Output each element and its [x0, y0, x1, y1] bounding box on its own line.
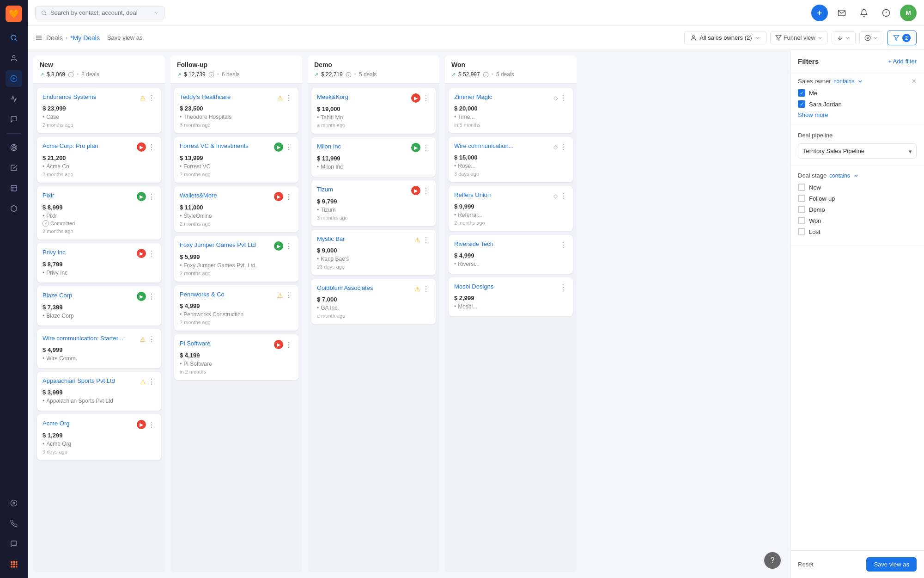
email-icon[interactable] [833, 5, 850, 21]
breadcrumb-my-deals[interactable]: *My Deals [70, 34, 100, 42]
deal-card[interactable]: Appalachian Sports Pvt Ltd ⚠ ⋮ $ 3,999 •… [37, 372, 161, 411]
filter-checkbox-followup[interactable] [798, 195, 805, 202]
card-title[interactable]: Wire communication... [454, 142, 553, 149]
card-title[interactable]: Acme Org [43, 420, 137, 427]
info-icon[interactable] [483, 72, 489, 78]
add-filter-button[interactable]: + Add filter [888, 58, 917, 65]
status-green-icon[interactable]: ▶ [137, 192, 146, 201]
status-red-icon[interactable]: ▶ [411, 93, 420, 103]
card-menu-button[interactable]: ⋮ [148, 249, 156, 258]
sidebar-item-search[interactable] [6, 30, 22, 46]
deal-card[interactable]: Pennworks & Co ⚠ ⋮ $ 4,999 • Pennworks C… [174, 285, 298, 331]
card-title[interactable]: Privy Inc [43, 249, 137, 256]
card-menu-button[interactable]: ⋮ [148, 143, 156, 152]
filter-checkbox-me[interactable]: ✓ [798, 89, 805, 97]
owners-filter-button[interactable]: All sales owners (2) [684, 31, 766, 44]
card-menu-button[interactable]: ⋮ [559, 283, 567, 292]
sidebar-item-goals[interactable] [6, 139, 22, 156]
card-title[interactable]: Appalachian Sports Pvt Ltd [43, 377, 140, 384]
card-title[interactable]: Acme Corp: Pro plan [43, 142, 137, 149]
filter-option-me[interactable]: ✓ Me [798, 89, 917, 97]
card-menu-button[interactable]: ⋮ [148, 377, 156, 386]
deal-card[interactable]: Forrest VC & Investments ▶ ⋮ $ 13,999 • … [174, 137, 298, 183]
card-menu-button[interactable]: ⋮ [148, 420, 156, 429]
info-icon[interactable] [346, 72, 352, 78]
card-menu-button[interactable]: ⋮ [422, 186, 430, 195]
status-green-icon[interactable]: ▶ [274, 142, 283, 152]
sidebar-item-tasks[interactable] [6, 160, 22, 176]
card-menu-button[interactable]: ⋮ [148, 292, 156, 301]
card-menu-button[interactable]: ⋮ [559, 191, 567, 200]
deal-card[interactable]: Teddy's Healthcare ⚠ ⋮ $ 23,500 • Theodo… [174, 88, 298, 133]
deal-card[interactable]: Mosbi Designs ⋮ $ 2,999 • Mosbi... [449, 277, 573, 316]
status-red-icon[interactable]: ▶ [137, 249, 146, 258]
sales-owner-close-icon[interactable]: ✕ [912, 78, 917, 85]
filter-option-sara[interactable]: ✓ Sara Jordan [798, 100, 917, 108]
filter-checkbox-lost[interactable] [798, 228, 805, 235]
status-green-icon[interactable]: ▶ [137, 292, 146, 301]
status-green-icon[interactable]: ▶ [274, 241, 283, 251]
card-menu-button[interactable]: ⋮ [285, 192, 293, 201]
filter-option-demo[interactable]: Demo [798, 206, 917, 213]
card-menu-button[interactable]: ⋮ [285, 242, 293, 251]
reset-button[interactable]: Reset [798, 561, 814, 568]
card-title[interactable]: Foxy Jumper Games Pvt Ltd [180, 241, 274, 248]
card-title[interactable]: Mosbi Designs [454, 283, 559, 290]
sidebar-item-apps[interactable] [6, 556, 22, 572]
deal-card[interactable]: Milon Inc ▶ ⋮ $ 11,999 • Milon Inc [311, 137, 436, 177]
deal-card[interactable]: Wire communication: Starter ... ⚠ ⋮ $ 4,… [37, 329, 161, 368]
bell-icon[interactable] [878, 5, 894, 21]
filter-checkbox-won[interactable] [798, 217, 805, 224]
sidebar-item-phone[interactable] [6, 515, 22, 532]
status-red-icon[interactable]: ▶ [137, 142, 146, 152]
deal-card[interactable]: Zimmer Magic ◇ ⋮ $ 20,000 • Time... in 5… [449, 88, 573, 133]
card-menu-button[interactable]: ⋮ [422, 284, 430, 293]
card-menu-button[interactable]: ⋮ [422, 94, 430, 103]
card-title[interactable]: Tizum [317, 186, 411, 193]
deal-card[interactable]: Tizum ▶ ⋮ $ 9,799 • Tizum 3 months ago [311, 180, 436, 226]
deal-card[interactable]: Meek&Korg ▶ ⋮ $ 19,000 • Tahiti Mo a mon… [311, 88, 436, 134]
notification-icon[interactable] [856, 5, 872, 21]
card-title[interactable]: Pennworks & Co [180, 291, 277, 298]
status-green-icon[interactable]: ▶ [411, 143, 420, 152]
deal-card[interactable]: Wallets&More ▶ ⋮ $ 11,000 • StyleOnline … [174, 186, 298, 232]
status-red-icon[interactable]: ▶ [274, 192, 283, 201]
card-title[interactable]: Mystic Bar [317, 235, 414, 242]
card-title[interactable]: Goldblum Associates [317, 284, 414, 291]
funnel-view-button[interactable]: Funnel view [770, 31, 828, 44]
card-title[interactable]: Pi Software [180, 340, 274, 347]
save-view-button[interactable]: Save view as [866, 557, 917, 572]
deal-card[interactable]: Mystic Bar ⚠ ⋮ $ 9,000 • Kang Bae's 23 d… [311, 230, 436, 275]
filter-option-followup[interactable]: Follow-up [798, 195, 917, 202]
deal-card[interactable]: Riverside Tech ⋮ $ 4,999 • Riversi... [449, 235, 573, 274]
sidebar-item-analytics[interactable] [6, 91, 22, 107]
breadcrumb-deals[interactable]: Deals [46, 34, 63, 42]
menu-icon[interactable] [35, 34, 43, 42]
card-title[interactable]: Meek&Korg [317, 93, 411, 100]
filter-option-won[interactable]: Won [798, 217, 917, 224]
info-icon[interactable] [68, 72, 74, 78]
card-menu-button[interactable]: ⋮ [148, 192, 156, 201]
deal-card[interactable]: Wire communication... ◇ ⋮ $ 15,000 • Ros… [449, 137, 573, 182]
deal-card[interactable]: Pi Software ▶ ⋮ $ 4,199 • Pi Software in… [174, 334, 298, 380]
add-button[interactable] [811, 5, 828, 21]
deal-stage-operator[interactable]: contains [829, 172, 850, 179]
card-menu-button[interactable]: ⋮ [285, 93, 293, 102]
search-dropdown-icon[interactable] [154, 10, 158, 16]
card-title[interactable]: Milon Inc [317, 143, 411, 150]
filter-checkbox-new[interactable] [798, 184, 805, 191]
deal-card[interactable]: Acme Org ▶ ⋮ $ 1,299 • Acme Org 9 days a… [37, 414, 161, 460]
card-title[interactable]: Pixlr [43, 192, 137, 199]
filter-option-new[interactable]: New [798, 184, 917, 191]
deal-card[interactable]: Foxy Jumper Games Pvt Ltd ▶ ⋮ $ 5,999 • … [174, 236, 298, 282]
card-menu-button[interactable]: ⋮ [422, 235, 430, 244]
help-button[interactable]: ? [764, 552, 781, 569]
sidebar-item-chat[interactable] [6, 535, 22, 552]
card-menu-button[interactable]: ⋮ [559, 142, 567, 151]
status-red-icon[interactable]: ▶ [274, 340, 283, 349]
sidebar-item-deals[interactable] [6, 70, 22, 87]
search-input[interactable] [50, 9, 150, 16]
card-title[interactable]: Wire communication: Starter ... [43, 335, 140, 342]
status-red-icon[interactable]: ▶ [137, 420, 146, 429]
show-more-button[interactable]: Show more [798, 111, 828, 118]
